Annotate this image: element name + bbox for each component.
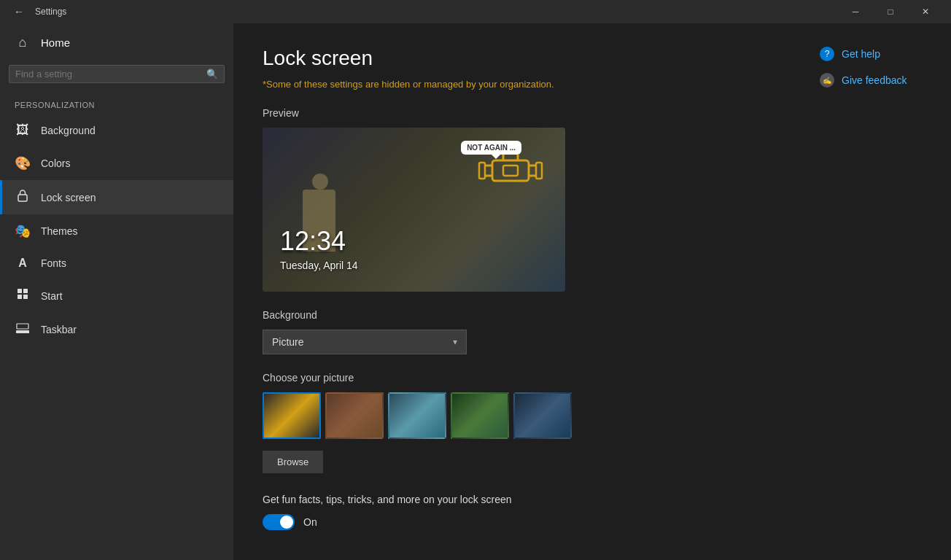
person-head	[312, 174, 328, 190]
search-input[interactable]	[15, 69, 206, 79]
taskbar-icon	[15, 322, 31, 337]
page-title: Lock screen	[263, 47, 776, 70]
lock-screen-icon	[15, 189, 31, 206]
sidebar-item-lock-screen[interactable]: Lock screen	[0, 180, 233, 214]
choose-picture-label: Choose your picture	[263, 372, 776, 384]
svg-rect-14	[536, 163, 542, 179]
picture-thumb-2[interactable]	[325, 392, 384, 439]
sidebar: ⌂ Home 🔍 Personalization 🖼 Background 🎨 …	[0, 23, 233, 560]
svg-rect-8	[503, 166, 518, 176]
svg-rect-6	[17, 324, 28, 329]
svg-rect-11	[479, 163, 485, 179]
toggle-row: On	[263, 514, 776, 530]
minimize-button[interactable]: ─	[839, 0, 872, 23]
background-dropdown[interactable]: Picture ▾	[263, 330, 467, 354]
sidebar-item-themes[interactable]: 🎭 Themes	[0, 214, 233, 248]
preview-background: NOT AGAIN ... 12:34 Tuesday, April 14	[263, 128, 565, 292]
svg-rect-5	[16, 330, 29, 333]
picture-thumb-1[interactable]	[263, 392, 321, 439]
sidebar-section-label: Personalization	[0, 95, 233, 114]
preview-date: Tuesday, April 14	[280, 260, 358, 271]
picture-grid	[263, 392, 776, 439]
back-button[interactable]: ←	[9, 1, 29, 22]
sidebar-item-taskbar[interactable]: Taskbar	[0, 313, 233, 346]
get-help-item[interactable]: ? Get help	[820, 47, 936, 61]
close-button[interactable]: ✕	[909, 0, 942, 23]
sidebar-item-start[interactable]: Start	[0, 279, 233, 313]
sidebar-label-colors: Colors	[41, 158, 70, 169]
toggle-knob	[280, 516, 293, 529]
picture-thumb-5[interactable]	[513, 392, 572, 439]
colors-icon: 🎨	[15, 155, 31, 171]
search-icon: 🔍	[206, 69, 218, 79]
sidebar-item-background[interactable]: 🖼 Background	[0, 114, 233, 147]
engine-icon	[478, 149, 543, 193]
svg-rect-0	[18, 195, 27, 201]
sidebar-label-fonts: Fonts	[41, 257, 66, 269]
content-area: Lock screen *Some of these settings are …	[233, 23, 805, 560]
titlebar: ← Settings ─ □ ✕	[0, 0, 951, 23]
browse-button[interactable]: Browse	[263, 451, 323, 473]
preview-label: Preview	[263, 107, 776, 119]
sidebar-label-background: Background	[41, 125, 96, 136]
give-feedback-item[interactable]: ✍ Give feedback	[820, 73, 936, 88]
right-panel: ? Get help ✍ Give feedback	[805, 23, 951, 560]
background-icon: 🖼	[15, 122, 31, 138]
svg-rect-2	[23, 289, 28, 293]
maximize-button[interactable]: □	[874, 0, 907, 23]
background-dropdown-value: Picture	[272, 336, 304, 348]
give-feedback-icon: ✍	[820, 73, 834, 88]
sidebar-label-start: Start	[41, 290, 63, 302]
org-notice: *Some of these settings are hidden or ma…	[263, 79, 776, 90]
toggle-description: Get fun facts, tips, tricks, and more on…	[263, 494, 776, 505]
sidebar-home-label: Home	[41, 36, 70, 49]
chevron-down-icon: ▾	[453, 337, 457, 347]
speech-bubble: NOT AGAIN ...	[461, 141, 521, 155]
picture-thumb-3[interactable]	[388, 392, 446, 439]
app-title: Settings	[35, 7, 839, 17]
fonts-icon: A	[15, 257, 31, 270]
sidebar-label-taskbar: Taskbar	[41, 324, 77, 335]
sidebar-label-themes: Themes	[41, 225, 78, 237]
start-icon	[15, 287, 31, 304]
svg-rect-7	[492, 160, 529, 181]
get-help-icon: ?	[820, 47, 834, 61]
fun-facts-toggle[interactable]	[263, 514, 295, 530]
background-label: Background	[263, 309, 776, 321]
preview-clock: 12:34	[280, 226, 346, 257]
sidebar-item-home[interactable]: ⌂ Home	[0, 23, 233, 62]
svg-rect-1	[18, 289, 22, 293]
toggle-state-label: On	[303, 516, 317, 528]
back-icon: ←	[14, 6, 24, 18]
lock-screen-preview: NOT AGAIN ... 12:34 Tuesday, April 14	[263, 128, 565, 292]
search-box[interactable]: 🔍	[9, 65, 225, 83]
main-layout: ⌂ Home 🔍 Personalization 🖼 Background 🎨 …	[0, 23, 951, 560]
themes-icon: 🎭	[15, 223, 31, 239]
give-feedback-link[interactable]: Give feedback	[842, 74, 907, 86]
get-help-link[interactable]: Get help	[842, 48, 880, 60]
home-icon: ⌂	[15, 35, 31, 50]
sidebar-item-colors[interactable]: 🎨 Colors	[0, 147, 233, 180]
svg-rect-3	[18, 295, 22, 299]
sidebar-item-fonts[interactable]: A Fonts	[0, 248, 233, 279]
sidebar-label-lock-screen: Lock screen	[41, 192, 96, 203]
window-controls: ─ □ ✕	[839, 0, 942, 23]
svg-rect-4	[23, 295, 28, 299]
picture-thumb-4[interactable]	[451, 392, 509, 439]
